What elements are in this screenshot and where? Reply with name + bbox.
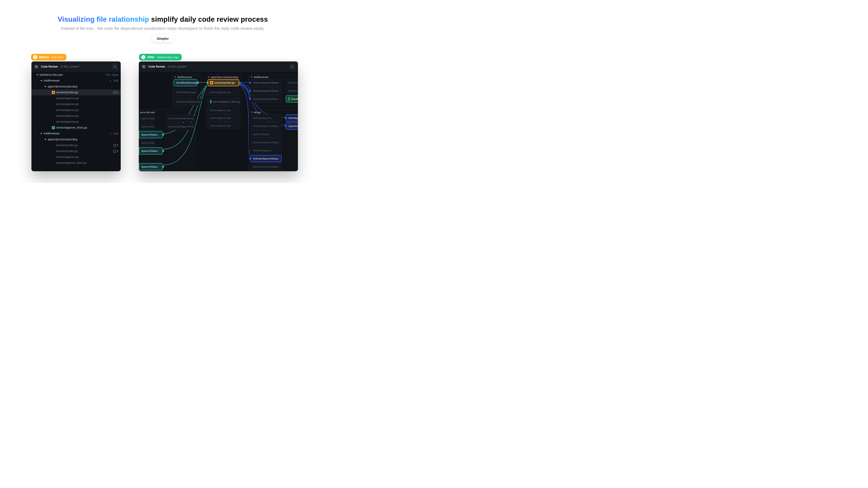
port-in xyxy=(285,117,287,119)
menu-icon[interactable] xyxy=(142,65,146,68)
tree-label: service/rpc/dev.go xyxy=(56,144,78,147)
node-reset-user[interactable]: AResetUs xyxy=(286,95,298,103)
port-out xyxy=(197,82,199,84)
node-upsert[interactable]: UpsertUserA xyxy=(286,87,298,94)
node-approve-status[interactable]: ApproveStatus xyxy=(139,123,155,130)
tree-label: service/approve_block.go xyxy=(56,161,87,164)
svg-point-0 xyxy=(114,66,116,67)
node-send-add[interactable]: SendaddMassage xyxy=(174,89,197,96)
link-tce[interactable]: TCE xyxy=(105,73,111,76)
cluster-title: AddReviewer xyxy=(178,76,192,78)
tree-row-file[interactable]: service/approve.go xyxy=(31,119,121,125)
port-in xyxy=(249,98,251,100)
node-send-rese[interactable]: SendReseMassage xyxy=(174,79,197,86)
node-approve-status[interactable]: ApproveStatus xyxy=(139,147,163,155)
title-highlight: Visualizing file ralationship xyxy=(58,15,149,23)
panel-subtitle: 15 files updated xyxy=(60,65,79,68)
title-rest: simplify daily code review process xyxy=(149,15,268,23)
link-argos[interactable]: Argos xyxy=(112,73,119,76)
delta-up: 0.02 xyxy=(110,79,119,82)
port-out xyxy=(162,150,164,152)
comment-count[interactable]: 1 xyxy=(114,144,119,147)
tree-row-file[interactable]: service/approve.go xyxy=(31,95,121,101)
tree-row-pkg[interactable]: apps/rdprocess/yacr/pkg xyxy=(31,136,121,142)
tree-label: apps/rdprocess/yacr/pkg xyxy=(48,85,77,88)
tree-row-pkg[interactable]: apps/rdprocess/yacr/pkg xyxy=(31,84,121,90)
page-subtitle: Instead of file tree，the code file depen… xyxy=(0,26,326,31)
svg-line-3 xyxy=(293,67,293,68)
chevron-down-icon xyxy=(208,76,210,77)
port-in xyxy=(207,82,209,84)
node-get-status[interactable]: GetUserApproveStatus xyxy=(250,123,282,130)
node-approve-status[interactable]: ApproveStatus xyxy=(139,163,163,170)
node-get-status[interactable]: GetUserApproveStatus xyxy=(250,155,282,162)
tree-row-file[interactable]: service/rpc/dev.go 1 xyxy=(31,142,121,148)
node-upsert-info[interactable]: UpsertUserApproveInfo xyxy=(166,115,194,122)
cluster-title: dev.go xyxy=(254,111,261,113)
tree-label: service/approve_block.go xyxy=(56,126,87,129)
node-upsert-info[interactable]: UpsertUserApproveInfo xyxy=(166,123,194,130)
node-rpc-dev[interactable]: Mservice/rpc/dev.go xyxy=(208,79,239,86)
badge-after-label: After xyxy=(147,55,155,59)
comment-icon xyxy=(114,150,116,152)
tree-label: apps/rdprocess/yacr/pkg xyxy=(48,138,77,141)
chevron-down-icon xyxy=(175,76,176,77)
tree-row-file[interactable]: service/approve.go xyxy=(31,154,121,160)
tree-row-group[interactable]: AddReviewer 0.02 xyxy=(31,131,121,136)
node-svc-approve[interactable]: service/approve.go xyxy=(208,122,239,129)
port-out xyxy=(239,82,241,84)
node-get-status[interactable]: GetUserApproveStatus xyxy=(250,139,282,146)
file-tree: bytedance.bits.yacr TCE Argos AddReviewe… xyxy=(31,72,121,166)
added-icon: A xyxy=(52,126,55,129)
svg-point-2 xyxy=(291,66,293,67)
tree-label: service/approve.go xyxy=(56,120,79,123)
node-svc-approve-block[interactable]: Aservice/approve_block.go xyxy=(208,98,240,105)
node-approve-status[interactable]: ApproveStatus xyxy=(139,115,155,122)
node-get-status[interactable]: GetUserApproveStatus xyxy=(250,95,282,103)
node-send-remind[interactable]: SendRemindMassage xyxy=(174,98,200,105)
tree-row-file[interactable]: service/rpc/dev.go 1 xyxy=(31,148,121,154)
node-svc-approve[interactable]: service/approve.go xyxy=(208,107,239,114)
search-button[interactable] xyxy=(289,64,295,70)
node-approve-status[interactable]: ApproveStatus xyxy=(139,139,155,147)
node-user-approve[interactable]: UserApprove xyxy=(286,114,298,122)
node-get-status[interactable]: GetUserApproveStatus xyxy=(250,163,282,170)
tree-row-group[interactable]: AddReviewer 0.02 xyxy=(31,78,121,84)
tree-label: service/approve.go xyxy=(56,108,79,111)
node-upsert[interactable]: UpsertUserA xyxy=(286,123,298,130)
panel-header: Code Review 15 files updated xyxy=(139,61,298,72)
comment-count[interactable]: 1 xyxy=(114,150,119,153)
comment-count[interactable]: 1 xyxy=(114,91,119,94)
tree-row-file[interactable]: service/approve.go xyxy=(31,107,121,113)
delta-down: 0.02 xyxy=(110,132,119,135)
search-button[interactable] xyxy=(112,64,118,70)
node-svc-approve[interactable]: service/approve.go xyxy=(208,114,239,122)
tree-label: bytedance.bits.yacr xyxy=(39,73,63,76)
node-approve-status[interactable]: ApproveStatus xyxy=(250,131,282,138)
modified-icon: M xyxy=(210,81,213,84)
added-icon: A xyxy=(288,97,290,101)
tree-row-file[interactable]: Mservice/rpc/dev.go 1 xyxy=(31,90,121,95)
menu-icon[interactable] xyxy=(34,65,39,68)
node-upsert[interactable]: UpsertUserA xyxy=(286,79,298,86)
node-get-user-approve[interactable]: GetUserApprove xyxy=(250,147,282,154)
node-get-user-approve[interactable]: GetUserApprove xyxy=(250,114,282,122)
tree-row-file[interactable]: Aservice/approve_block.go xyxy=(31,125,121,131)
tree-row-root[interactable]: bytedance.bits.yacr TCE Argos xyxy=(31,72,121,78)
pill-simpler: Simpler xyxy=(152,35,174,42)
tree-row-file[interactable]: service/approve.go xyxy=(31,113,121,119)
page-title: Visualizing file ralationship simplify d… xyxy=(0,15,326,24)
panel-title: Code Review xyxy=(41,65,58,68)
node-svc-approve[interactable]: service/approve.go xyxy=(208,89,239,96)
node-approve-status[interactable]: ApproveStatus xyxy=(139,131,163,138)
tree-label: service/approve.go xyxy=(56,114,79,118)
tree-label: service/approve.go xyxy=(56,156,79,159)
tree-row-file[interactable]: service/approve_block.go xyxy=(31,160,121,166)
node-get-status[interactable]: GetUserApproveStatus xyxy=(250,79,282,86)
relationship-canvas[interactable]: AddReviewer SendReseMassage SendaddMassa… xyxy=(139,72,298,171)
node-get-status[interactable]: GetUserApproveStatus xyxy=(250,87,282,94)
panel-subtitle: 15 files updated xyxy=(167,65,187,68)
check-icon xyxy=(141,55,145,59)
port-in xyxy=(249,90,251,92)
tree-row-file[interactable]: service/approve.go xyxy=(31,101,121,107)
